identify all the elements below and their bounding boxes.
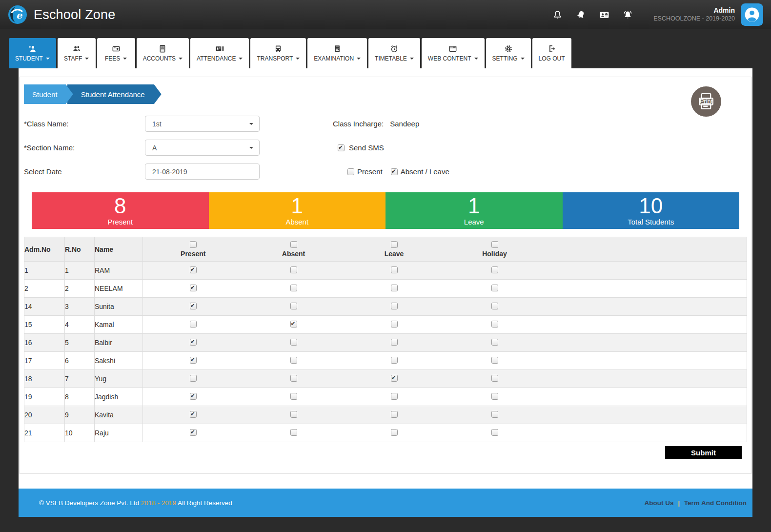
leave-checkbox[interactable] [391, 393, 398, 400]
terms-link[interactable]: Term And Condition [684, 499, 747, 507]
leave-checkbox[interactable] [391, 411, 398, 418]
holiday-cell [445, 280, 545, 298]
nav-tab-transport[interactable]: TRANSPORT [250, 38, 306, 68]
chevron-down-icon [85, 58, 89, 60]
date-input[interactable] [145, 164, 260, 180]
leave-cell [344, 298, 445, 316]
stat-present: 8Present [32, 192, 209, 229]
alarm-bell-icon[interactable] [623, 10, 633, 20]
check-all-leave-checkbox[interactable] [391, 241, 398, 248]
r-no-cell: 10 [65, 424, 95, 442]
holiday-checkbox[interactable] [491, 393, 498, 400]
leave-checkbox[interactable] [391, 429, 398, 436]
holiday-checkbox[interactable] [491, 321, 498, 327]
check-all-absent-checkbox[interactable] [290, 241, 297, 248]
submit-button[interactable]: Submit [665, 446, 742, 459]
print-button[interactable]: Print [691, 86, 721, 117]
present-checkbox[interactable] [190, 266, 197, 273]
leave-cell [344, 406, 445, 424]
breadcrumb-student[interactable]: Student [24, 84, 73, 104]
nav-tab-staff[interactable]: STAFF [58, 38, 96, 68]
table-row: 209Kavita [24, 406, 747, 424]
notification-bell-icon[interactable] [552, 10, 563, 20]
nav-tab-setting[interactable]: SETTING [486, 38, 531, 68]
holiday-checkbox[interactable] [491, 375, 498, 382]
absent-checkbox[interactable] [290, 393, 297, 400]
absent-checkbox[interactable] [290, 411, 297, 418]
leave-cell [344, 388, 445, 406]
table-row: 176Sakshi [24, 352, 747, 370]
present-filter-checkbox[interactable] [347, 168, 354, 175]
present-checkbox[interactable] [190, 357, 197, 364]
absent-checkbox[interactable] [290, 321, 297, 327]
chevron-down-icon [357, 58, 361, 60]
absent-checkbox[interactable] [290, 357, 297, 364]
holiday-checkbox[interactable] [491, 429, 498, 436]
column-header-leave: Leave [344, 237, 445, 262]
absent-checkbox[interactable] [290, 303, 297, 309]
absent-checkbox[interactable] [290, 429, 297, 436]
absent-checkbox[interactable] [290, 375, 297, 382]
column-label: Present [181, 250, 205, 258]
nav-tab-accounts[interactable]: ACCOUNTS [137, 38, 189, 68]
leave-checkbox[interactable] [391, 357, 398, 364]
user-session: ESCHOOLZONE - 2019-2020 [653, 15, 735, 23]
absent-checkbox[interactable] [290, 266, 297, 273]
leave-checkbox[interactable] [391, 375, 398, 382]
contact-card-icon[interactable] [599, 10, 609, 20]
nav-tab-attendance[interactable]: ATTENDANCE [190, 38, 249, 68]
column-header-name: Name [95, 237, 143, 262]
adm-no-cell: 18 [24, 370, 65, 388]
nav-tab-fees[interactable]: FEES [97, 38, 135, 68]
r-no-cell: 8 [65, 388, 95, 406]
holiday-checkbox[interactable] [491, 357, 498, 364]
class-name-select[interactable]: 1st [145, 116, 260, 132]
nav-tab-examination[interactable]: EXAMINATION [307, 38, 367, 68]
absent-cell [243, 316, 344, 334]
leave-checkbox[interactable] [391, 266, 398, 273]
r-no-cell: 1 [65, 262, 95, 280]
holiday-checkbox[interactable] [491, 339, 498, 346]
bell-filled-icon[interactable] [576, 10, 586, 20]
present-checkbox[interactable] [190, 321, 197, 327]
nav-tab-student[interactable]: STUDENT [9, 38, 56, 68]
present-checkbox[interactable] [190, 429, 197, 436]
absent-checkbox[interactable] [290, 285, 297, 291]
adm-no-cell: 1 [24, 262, 65, 280]
nav-tab-web-content[interactable]: WEB CONTENT [422, 38, 485, 68]
about-us-link[interactable]: About Us [644, 499, 673, 507]
present-checkbox[interactable] [190, 303, 197, 309]
section-name-select[interactable]: A [145, 140, 260, 156]
present-checkbox[interactable] [190, 339, 197, 346]
user-name: Admin [653, 6, 735, 15]
present-cell [143, 424, 243, 442]
nav-tab-timetable[interactable]: TIMETABLE [368, 38, 420, 68]
holiday-cell [445, 262, 545, 280]
chevron-down-icon [249, 123, 253, 125]
avatar[interactable] [741, 3, 763, 26]
holiday-checkbox[interactable] [491, 285, 498, 291]
present-checkbox[interactable] [190, 375, 197, 382]
breadcrumb-student-attendance[interactable]: Student Attendance [67, 84, 162, 104]
present-checkbox[interactable] [190, 411, 197, 418]
sign-out-icon [548, 44, 556, 53]
nav-tab-label: WEB CONTENT [428, 55, 478, 62]
present-checkbox[interactable] [190, 393, 197, 400]
holiday-checkbox[interactable] [491, 411, 498, 418]
holiday-checkbox[interactable] [491, 303, 498, 309]
leave-checkbox[interactable] [391, 339, 398, 346]
footer-separator: | [678, 499, 680, 507]
empty-cell [545, 262, 747, 280]
leave-checkbox[interactable] [391, 303, 398, 309]
absent-checkbox[interactable] [290, 339, 297, 346]
check-all-present-checkbox[interactable] [190, 241, 197, 248]
check-all-holiday-checkbox[interactable] [491, 241, 498, 248]
leave-checkbox[interactable] [391, 321, 398, 327]
send-sms-checkbox[interactable] [338, 144, 345, 151]
holiday-checkbox[interactable] [491, 266, 498, 273]
present-checkbox[interactable] [190, 285, 197, 291]
leave-checkbox[interactable] [391, 285, 398, 291]
nav-tab-logout[interactable]: LOG OUT [532, 38, 571, 68]
adm-no-cell: 20 [24, 406, 65, 424]
absent-leave-filter-checkbox[interactable] [391, 168, 398, 175]
